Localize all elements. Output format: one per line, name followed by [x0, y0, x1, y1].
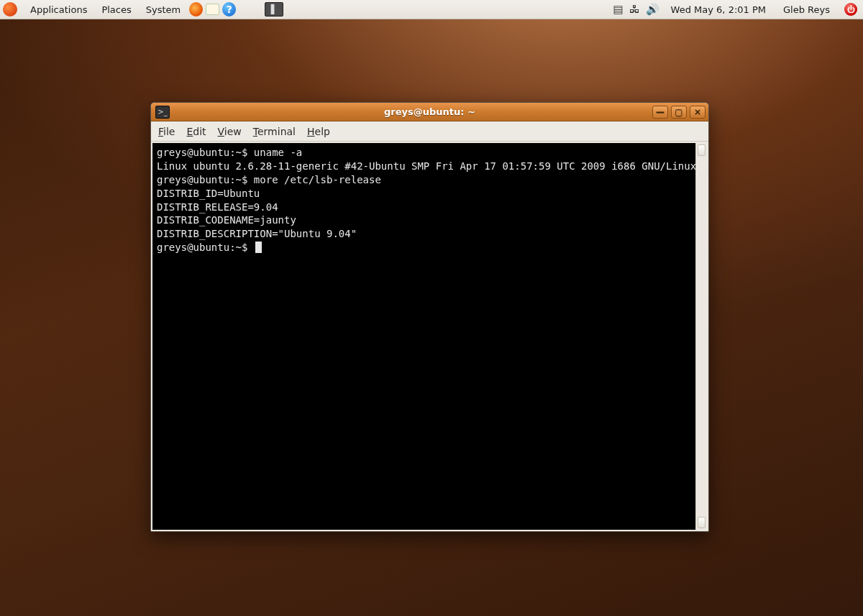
menu-places[interactable]: Places	[96, 3, 137, 17]
minimize-button[interactable]: —	[652, 106, 668, 119]
desktop-background: >_ greys@ubuntu: ~ — ▢ ✕ File Edit View …	[0, 19, 863, 616]
shutdown-icon[interactable]: ⏻	[844, 3, 857, 16]
menu-file[interactable]: File	[158, 126, 175, 137]
terminal-prompt-line: greys@ubuntu:~$	[157, 241, 703, 254]
close-button[interactable]: ✕	[690, 106, 706, 119]
gnome-top-panel: Applications Places System ? ▌ ▤ 🖧 🔊 Wed…	[0, 0, 863, 19]
mail-icon[interactable]	[206, 3, 219, 17]
window-title: greys@ubuntu: ~	[151, 106, 708, 117]
terminal-prompt-line: greys@ubuntu:~$ uname -a	[157, 146, 703, 160]
terminal-prompt-line: greys@ubuntu:~$ more /etc/lsb-release	[157, 173, 703, 187]
terminal-output-line: DISTRIB_CODENAME=jaunty	[157, 213, 703, 227]
help-icon[interactable]: ?	[222, 3, 236, 17]
firefox-icon[interactable]	[189, 3, 203, 17]
terminal-output-line: DISTRIB_RELEASE=9.04	[157, 201, 703, 214]
network-icon[interactable]: 🖧	[629, 3, 640, 16]
terminal-output-line: Linux ubuntu 2.6.28-11-generic #42-Ubunt…	[157, 160, 703, 173]
volume-icon[interactable]: 🔊	[646, 3, 659, 16]
menu-view[interactable]: View	[218, 126, 242, 137]
terminal-frame: greys@ubuntu:~$ uname -aLinux ubuntu 2.6…	[151, 142, 708, 531]
terminal-cursor	[255, 242, 262, 253]
window-controls: — ▢ ✕	[652, 106, 708, 119]
terminal-output-line: DISTRIB_DESCRIPTION="Ubuntu 9.04"	[157, 227, 703, 241]
clock[interactable]: Wed May 6, 2:01 PM	[665, 3, 772, 17]
menu-system[interactable]: System	[140, 3, 186, 17]
window-list-terminal-icon[interactable]: ▌	[265, 2, 283, 17]
terminal-scrollbar[interactable]	[695, 143, 707, 530]
panel-left-group: Applications Places System ? ▌	[3, 2, 283, 17]
terminal-window: >_ greys@ubuntu: ~ — ▢ ✕ File Edit View …	[150, 102, 709, 532]
ubuntu-logo-icon[interactable]	[3, 2, 17, 17]
window-titlebar[interactable]: >_ greys@ubuntu: ~ — ▢ ✕	[151, 103, 708, 121]
user-menu[interactable]: Gleb Reys	[777, 3, 836, 17]
terminal-menubar: File Edit View Terminal Help	[151, 121, 708, 142]
panel-right-group: ▤ 🖧 🔊 Wed May 6, 2:01 PM Gleb Reys ⏻	[613, 3, 860, 17]
menu-edit[interactable]: Edit	[186, 126, 206, 137]
menu-help[interactable]: Help	[307, 126, 330, 137]
menu-terminal[interactable]: Terminal	[253, 126, 296, 137]
terminal-output[interactable]: greys@ubuntu:~$ uname -aLinux ubuntu 2.6…	[152, 143, 707, 530]
maximize-button[interactable]: ▢	[671, 106, 687, 119]
terminal-app-icon: >_	[155, 106, 170, 119]
terminal-output-line: DISTRIB_ID=Ubuntu	[157, 187, 703, 201]
menu-applications[interactable]: Applications	[24, 3, 93, 17]
tray-indicator-icon[interactable]: ▤	[613, 3, 623, 16]
